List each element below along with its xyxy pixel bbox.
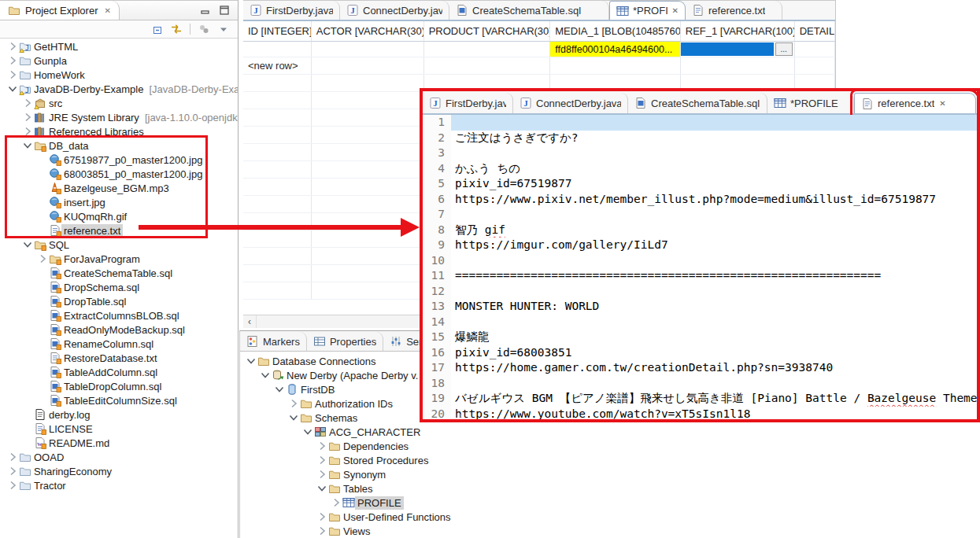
- table-cell[interactable]: [243, 161, 312, 178]
- new-row-cell[interactable]: <new row>: [243, 57, 312, 74]
- chevron-right-icon[interactable]: [21, 111, 34, 123]
- chevron-down-icon[interactable]: [301, 426, 314, 438]
- tab-reference-txt[interactable]: reference.txt✕: [854, 93, 976, 113]
- code-line[interactable]: 6https://www.pixiv.net/member_illust.php…: [423, 192, 977, 208]
- tree-item[interactable]: CreateSchemaTable.sql: [0, 266, 238, 280]
- code-line[interactable]: 11======================================…: [423, 268, 977, 284]
- reference-txt-editor[interactable]: 12ご注文はうさぎですか?34かふう ちの5pixiv_id=675198776…: [423, 115, 977, 422]
- table-cell[interactable]: [243, 75, 312, 91]
- chevron-right-icon[interactable]: [6, 451, 19, 463]
- tree-item[interactable]: KUQmqRh.gif: [0, 209, 238, 223]
- chevron-right-icon[interactable]: [6, 479, 19, 492]
- code-line[interactable]: 2ご注文はうさぎですか?: [423, 131, 977, 146]
- tree-item[interactable]: RenameColumn.sql: [0, 337, 238, 351]
- tree-item[interactable]: derby.log: [0, 407, 238, 422]
- chevron-right-icon[interactable]: [6, 40, 19, 53]
- table-cell[interactable]: [312, 213, 424, 230]
- open-blob-editor-button[interactable]: ...: [775, 42, 793, 56]
- tree-item[interactable]: JRE System Library[java-1.10.0-openjdk-: [0, 110, 238, 124]
- chevron-right-icon[interactable]: [6, 54, 19, 67]
- table-cell[interactable]: [312, 144, 424, 160]
- tree-item[interactable]: insert.jpg: [0, 195, 238, 209]
- code-line[interactable]: 1: [423, 115, 977, 131]
- code-line[interactable]: 13MONSTER HUNTER: WORLD: [423, 299, 977, 315]
- table-cell[interactable]: [312, 92, 424, 109]
- code-line[interactable]: 3: [423, 146, 977, 161]
- table-cell[interactable]: [312, 230, 424, 247]
- table-cell[interactable]: [243, 282, 312, 299]
- chevron-down-icon[interactable]: [259, 369, 272, 381]
- table-cell[interactable]: [681, 57, 795, 74]
- table-cell[interactable]: [312, 57, 424, 74]
- code-line[interactable]: 9https://imgur.com/gallery/IiLd7: [423, 238, 977, 253]
- tree-item[interactable]: Bazelgeuse_BGM.mp3: [0, 181, 238, 195]
- table-cell[interactable]: [424, 57, 551, 74]
- code-line[interactable]: 17https://home.gamer.com.tw/creationDeta…: [423, 360, 977, 376]
- table-cell[interactable]: [312, 161, 424, 178]
- table-cell[interactable]: [312, 282, 424, 299]
- chevron-down-icon[interactable]: [21, 238, 34, 251]
- column-header[interactable]: MEDIA_1 [BLOB(10485760)]: [550, 21, 681, 42]
- close-icon[interactable]: ✕: [104, 6, 110, 15]
- column-header[interactable]: DETAIL: [795, 21, 835, 42]
- tree-item[interactable]: ReadOnlyModeBackup.sql: [0, 322, 238, 337]
- chevron-down-icon[interactable]: [287, 411, 300, 424]
- chevron-right-icon[interactable]: [21, 125, 34, 138]
- chevron-down-icon[interactable]: [245, 355, 257, 367]
- code-line[interactable]: 7: [423, 207, 977, 223]
- collapse-all-icon[interactable]: [150, 23, 163, 35]
- tab-firstderby-java[interactable]: JFirstDerby.java: [423, 93, 513, 113]
- tree-item[interactable]: Views: [240, 524, 488, 538]
- table-cell[interactable]: [312, 248, 424, 264]
- tree-item[interactable]: reference.txt: [0, 223, 238, 238]
- table-cell[interactable]: [795, 57, 835, 74]
- tree-item[interactable]: PROFILE: [240, 496, 488, 510]
- view-menu-icon[interactable]: [217, 23, 230, 35]
- table-cell[interactable]: [312, 75, 424, 91]
- tree-item[interactable]: Dependencies: [240, 439, 488, 453]
- tab-firstderby-java[interactable]: JFirstDerby.java: [243, 1, 340, 20]
- tab-connectderby-java[interactable]: JConnectDerby.java: [513, 93, 628, 113]
- tree-item[interactable]: Gunpla: [0, 53, 238, 68]
- column-header[interactable]: ACTOR [VARCHAR(30)]: [312, 21, 424, 42]
- tree-item[interactable]: Tractor: [0, 478, 238, 492]
- modified-blob-cell[interactable]: ffd8ffe000104a46494600...: [550, 42, 681, 57]
- table-cell[interactable]: [243, 196, 312, 212]
- column-header[interactable]: REF_1 [VARCHAR(100)]: [681, 21, 795, 42]
- chevron-right-icon[interactable]: [330, 496, 342, 509]
- close-icon[interactable]: ✕: [939, 99, 945, 108]
- tab-connectderby-java[interactable]: JConnectDerby.java: [340, 1, 449, 20]
- tree-item[interactable]: ForJavaProgram: [0, 252, 238, 266]
- table-cell[interactable]: [243, 265, 312, 282]
- code-line[interactable]: 20https://www.youtube.com/watch?v=xT5sIs…: [423, 407, 977, 422]
- tree-item[interactable]: SQL: [0, 238, 238, 252]
- tree-item[interactable]: TableEditColumnSize.sql: [0, 393, 238, 407]
- tree-item[interactable]: JGetHTML: [0, 39, 238, 53]
- tree-item[interactable]: TableDropColumn.sql: [0, 379, 238, 393]
- tree-item[interactable]: Stored Procedures: [240, 453, 488, 467]
- tree-item[interactable]: Referenced Libraries: [0, 124, 238, 138]
- table-cell[interactable]: [243, 213, 312, 230]
- tree-item[interactable]: HomeWork: [0, 68, 238, 82]
- tree-item[interactable]: ACG_CHARACTER: [240, 425, 488, 439]
- tree-item[interactable]: Tables: [240, 481, 488, 496]
- chevron-down-icon[interactable]: [21, 139, 34, 152]
- chevron-right-icon[interactable]: [316, 510, 328, 523]
- code-line[interactable]: 14: [423, 315, 977, 330]
- tree-item[interactable]: LICENSE: [0, 422, 238, 436]
- table-cell[interactable]: [795, 42, 835, 57]
- tree-item[interactable]: wREADME.md: [0, 436, 238, 450]
- chevron-right-icon[interactable]: [316, 468, 328, 481]
- tree-item[interactable]: Synonym: [240, 467, 488, 481]
- tab-properties[interactable]: Properties: [307, 332, 383, 351]
- chevron-right-icon[interactable]: [36, 252, 49, 265]
- code-line[interactable]: 10: [423, 253, 977, 269]
- inset-scroll-left-icon[interactable]: ‹: [459, 410, 462, 421]
- tab-markers[interactable]: Markers: [240, 332, 307, 351]
- link-with-editor-icon[interactable]: [170, 23, 183, 35]
- table-cell[interactable]: [243, 248, 312, 264]
- code-line[interactable]: 5pixiv_id=67519877: [423, 176, 977, 192]
- table-cell[interactable]: [243, 42, 312, 57]
- table-cell[interactable]: [243, 230, 312, 247]
- table-cell[interactable]: [243, 109, 312, 126]
